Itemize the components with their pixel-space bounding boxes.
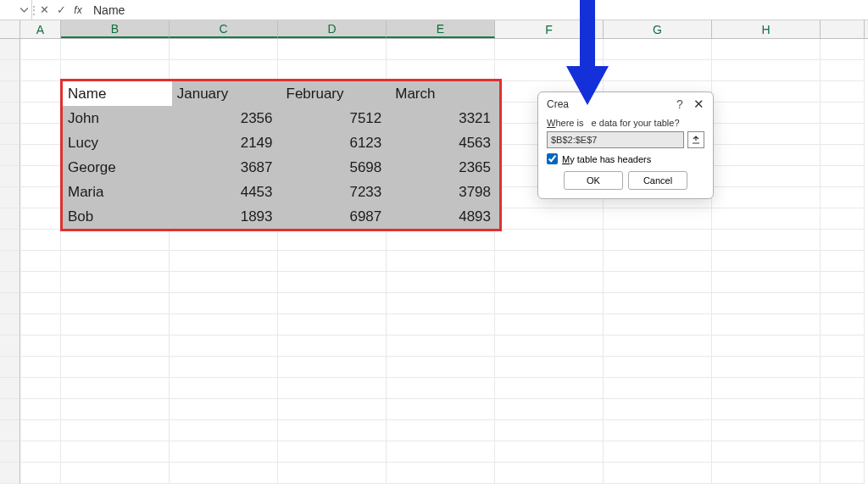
- cell-jan[interactable]: 2356: [172, 106, 281, 130]
- cell[interactable]: [278, 399, 387, 420]
- cell-jan[interactable]: 2149: [172, 130, 281, 155]
- cell[interactable]: [20, 463, 61, 484]
- cell[interactable]: [387, 441, 495, 463]
- cell[interactable]: [20, 187, 61, 208]
- row-header[interactable]: [0, 230, 20, 251]
- cell[interactable]: [712, 166, 821, 187]
- cell[interactable]: [278, 336, 387, 357]
- cell[interactable]: [20, 60, 61, 81]
- cancel-button[interactable]: Cancel: [628, 171, 687, 190]
- cell[interactable]: [170, 336, 278, 357]
- cell[interactable]: [61, 336, 170, 357]
- cell[interactable]: [387, 251, 495, 272]
- cell[interactable]: [20, 441, 61, 463]
- cell[interactable]: [20, 230, 61, 251]
- cell[interactable]: [495, 378, 604, 399]
- cell[interactable]: [712, 378, 821, 399]
- cell-mar[interactable]: 3321: [390, 106, 499, 130]
- dialog-close-icon[interactable]: ✕: [689, 97, 708, 112]
- cell[interactable]: [170, 293, 278, 314]
- cell[interactable]: [278, 378, 387, 399]
- header-name[interactable]: Name: [63, 81, 172, 106]
- cell-feb[interactable]: 6987: [281, 204, 391, 229]
- cancel-formula-icon[interactable]: ✕: [36, 0, 53, 19]
- headers-checkbox[interactable]: [547, 153, 558, 164]
- range-selector-icon[interactable]: [687, 131, 704, 148]
- cell[interactable]: [20, 336, 61, 357]
- enter-formula-icon[interactable]: ✓: [53, 0, 70, 19]
- cell[interactable]: [20, 272, 61, 293]
- row-header[interactable]: [0, 378, 20, 399]
- row-header[interactable]: [0, 145, 20, 166]
- cell[interactable]: [20, 124, 61, 145]
- cell[interactable]: [604, 399, 712, 420]
- cell[interactable]: [278, 293, 387, 314]
- row-header[interactable]: [0, 420, 20, 441]
- cell-mar[interactable]: 4893: [390, 204, 499, 229]
- formula-bar-input[interactable]: [86, 0, 868, 19]
- cell[interactable]: [387, 420, 495, 441]
- cell[interactable]: [61, 272, 170, 293]
- cell[interactable]: [495, 314, 604, 336]
- cell[interactable]: [604, 378, 712, 399]
- cell[interactable]: [170, 39, 278, 60]
- row-header[interactable]: [0, 357, 20, 378]
- cell[interactable]: [495, 272, 604, 293]
- cell[interactable]: [20, 378, 61, 399]
- cell[interactable]: [20, 81, 61, 103]
- cell[interactable]: [712, 420, 821, 441]
- cell[interactable]: [278, 357, 387, 378]
- cell[interactable]: [821, 39, 865, 60]
- cell[interactable]: [821, 145, 865, 166]
- cell-feb[interactable]: 5698: [281, 155, 391, 180]
- cell[interactable]: [61, 378, 170, 399]
- cell[interactable]: [604, 314, 712, 336]
- row-header[interactable]: [0, 124, 20, 145]
- cell[interactable]: [495, 293, 604, 314]
- cell[interactable]: [278, 441, 387, 463]
- header-january[interactable]: January: [172, 81, 281, 106]
- header-march[interactable]: March: [390, 81, 499, 106]
- headers-checkbox-row[interactable]: My table has headers: [547, 153, 704, 164]
- cell-mar[interactable]: 2365: [390, 155, 499, 180]
- cell[interactable]: [712, 230, 821, 251]
- cell[interactable]: [604, 357, 712, 378]
- cell[interactable]: [61, 293, 170, 314]
- cell[interactable]: [387, 293, 495, 314]
- cell[interactable]: [20, 145, 61, 166]
- cell[interactable]: [821, 399, 865, 420]
- row-header[interactable]: [0, 166, 20, 187]
- cell[interactable]: [387, 378, 495, 399]
- cell[interactable]: [821, 463, 865, 484]
- cell[interactable]: [387, 230, 495, 251]
- cell[interactable]: [821, 187, 865, 208]
- cell[interactable]: [712, 187, 821, 208]
- cell[interactable]: [712, 272, 821, 293]
- cell[interactable]: [821, 314, 865, 336]
- row-header[interactable]: [0, 208, 20, 230]
- cell[interactable]: [170, 357, 278, 378]
- cell[interactable]: [170, 399, 278, 420]
- cell[interactable]: [821, 441, 865, 463]
- cell[interactable]: [712, 251, 821, 272]
- cell[interactable]: [170, 420, 278, 441]
- cell[interactable]: [387, 39, 495, 60]
- cell[interactable]: [712, 81, 821, 103]
- cell[interactable]: [278, 463, 387, 484]
- row-header[interactable]: [0, 293, 20, 314]
- cell[interactable]: [278, 420, 387, 441]
- cell[interactable]: [61, 39, 170, 60]
- col-header-I[interactable]: [821, 20, 865, 38]
- cell-mar[interactable]: 3798: [390, 180, 499, 204]
- cell[interactable]: [604, 336, 712, 357]
- cell[interactable]: [821, 208, 865, 230]
- name-box-dropdown[interactable]: [0, 0, 32, 19]
- cell[interactable]: [604, 420, 712, 441]
- cell[interactable]: [20, 39, 61, 60]
- cell[interactable]: [821, 293, 865, 314]
- cell[interactable]: [20, 293, 61, 314]
- row-header[interactable]: [0, 463, 20, 484]
- cell[interactable]: [495, 420, 604, 441]
- cell[interactable]: [821, 272, 865, 293]
- cell[interactable]: [61, 251, 170, 272]
